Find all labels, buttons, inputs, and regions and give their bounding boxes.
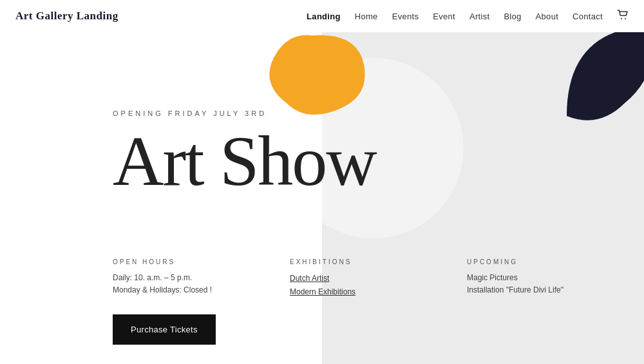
svg-point-0 (621, 18, 622, 19)
site-logo[interactable]: Art Gallery Landing (15, 10, 118, 23)
nav-item-events[interactable]: Events (392, 12, 419, 21)
nav-item-landing[interactable]: Landing (307, 12, 341, 21)
upcoming-block: Upcoming Magic Pictures Installation "Fu… (467, 258, 644, 300)
nav-item-blog[interactable]: Blog (504, 12, 521, 21)
upcoming-label: Upcoming (467, 258, 644, 265)
purchase-tickets-button[interactable]: Purchase Tickets (113, 314, 216, 345)
modern-exhibitions-link[interactable]: Modern Exhibitions (290, 285, 467, 300)
svg-point-1 (625, 18, 626, 19)
orange-blob (254, 32, 370, 116)
nav-item-artist[interactable]: Artist (469, 12, 489, 21)
open-hours-line1: Daily: 10. a.m. – 5 p.m. (113, 272, 290, 284)
nav-links: Landing Home Events Event Artist Blog Ab… (307, 10, 629, 23)
info-sections: Open Hours Daily: 10. a.m. – 5 p.m. Mond… (113, 258, 644, 300)
upcoming-line1: Magic Pictures (467, 272, 644, 284)
nav-item-event[interactable]: Event (433, 12, 455, 21)
event-date-subtitle: Opening Friday July 3rd (113, 110, 267, 117)
upcoming-line2: Installation "Future Divi Life" (467, 284, 644, 296)
open-hours-line2: Monday & Holidays: Closed ! (113, 284, 290, 296)
exhibitions-label: Exhibitions (290, 258, 467, 265)
main-title: Art Show (113, 126, 644, 196)
open-hours-label: Open Hours (113, 258, 290, 265)
dutch-artist-link[interactable]: Dutch Artist (290, 272, 467, 286)
dark-blob (567, 32, 644, 129)
exhibitions-block: Exhibitions Dutch Artist Modern Exhibiti… (290, 258, 467, 300)
nav-item-home[interactable]: Home (355, 12, 378, 21)
nav-item-contact[interactable]: Contact (573, 12, 603, 21)
open-hours-block: Open Hours Daily: 10. a.m. – 5 p.m. Mond… (113, 258, 290, 300)
nav-item-about[interactable]: About (536, 12, 558, 21)
navbar: Art Gallery Landing Landing Home Events … (0, 0, 644, 32)
cart-icon[interactable] (617, 11, 629, 22)
